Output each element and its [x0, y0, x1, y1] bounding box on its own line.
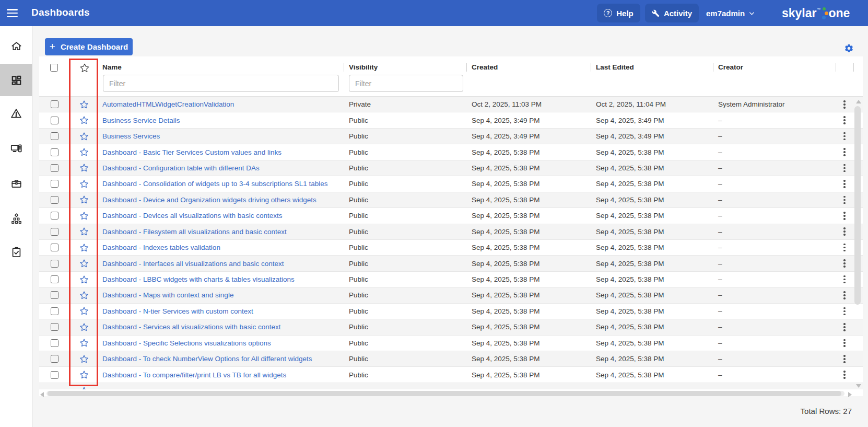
row-actions-menu[interactable] — [842, 211, 847, 221]
favorite-star[interactable] — [69, 259, 98, 268]
sidebar-item-devices[interactable] — [0, 133, 32, 165]
dashboard-link[interactable]: Dashboard - To check NumberView Options … — [102, 355, 312, 363]
visibility-filter-input[interactable] — [349, 75, 463, 92]
row-actions-menu[interactable] — [842, 195, 847, 205]
row-actions-menu[interactable] — [842, 115, 847, 125]
scroll-right-arrow[interactable] — [848, 392, 852, 397]
row-checkbox[interactable] — [51, 117, 58, 124]
favorite-star[interactable] — [69, 322, 98, 332]
user-menu[interactable]: em7admin — [706, 0, 755, 26]
column-header-created[interactable]: Created — [472, 63, 498, 71]
row-checkbox[interactable] — [51, 196, 58, 204]
dashboard-link[interactable]: Dashboard - Device and Organization widg… — [102, 196, 316, 204]
dashboard-link[interactable]: Dashboard - Devices all visualizations w… — [102, 212, 282, 220]
scroll-left-arrow[interactable] — [40, 392, 44, 397]
favorite-star[interactable] — [69, 306, 98, 316]
row-actions-menu[interactable] — [842, 306, 847, 317]
row-checkbox[interactable] — [51, 339, 58, 347]
sidebar-item-dashboards[interactable] — [0, 64, 32, 96]
row-checkbox[interactable] — [51, 132, 58, 140]
row-actions-menu[interactable] — [842, 290, 847, 301]
row-actions-menu[interactable] — [842, 163, 847, 174]
scroll-up-arrow[interactable] — [856, 100, 861, 103]
favorite-star[interactable] — [69, 386, 98, 389]
menu-icon[interactable] — [7, 9, 18, 17]
dashboard-link[interactable]: Dashboard - LBBC widgets with charts & t… — [102, 275, 295, 283]
favorite-star[interactable] — [69, 116, 98, 125]
activity-button[interactable]: Activity — [645, 4, 699, 22]
row-checkbox[interactable] — [51, 260, 58, 268]
sidebar-item-events[interactable] — [0, 97, 32, 130]
dashboard-link[interactable]: Dashboard - Services all visualizations … — [102, 323, 280, 331]
dashboard-link[interactable]: Dashboard - Indexes tables validation — [102, 244, 220, 251]
favorite-star[interactable] — [69, 163, 98, 172]
row-checkbox[interactable] — [51, 275, 58, 283]
row-actions-menu[interactable] — [842, 258, 847, 269]
favorite-star[interactable] — [69, 100, 98, 109]
vertical-scrollbar[interactable] — [854, 98, 861, 388]
name-filter-input[interactable] — [103, 75, 339, 92]
row-actions-menu[interactable] — [842, 322, 847, 332]
dashboard-link[interactable]: Dashboard - To compare/filter/print LB v… — [102, 371, 286, 379]
favorite-star[interactable] — [69, 211, 98, 221]
dashboard-link[interactable]: Dashboard - Consolidation of widgets up … — [102, 180, 328, 188]
dashboard-link[interactable]: Dashboard - Basic Tier Services Custom v… — [102, 148, 281, 156]
favorite-column-header[interactable] — [79, 63, 90, 73]
row-checkbox[interactable] — [51, 323, 58, 331]
sidebar-item-maps[interactable] — [0, 202, 32, 235]
row-checkbox[interactable] — [51, 212, 58, 220]
dashboard-link[interactable]: Business Services — [102, 132, 160, 140]
row-actions-menu[interactable] — [842, 243, 847, 253]
favorite-star[interactable] — [69, 243, 98, 252]
favorite-star[interactable] — [69, 147, 98, 157]
row-checkbox[interactable] — [51, 371, 58, 379]
row-actions-menu[interactable] — [842, 370, 847, 380]
dashboard-link[interactable]: Dashboard - Configuration table with dif… — [102, 164, 260, 172]
row-checkbox[interactable] — [51, 355, 58, 363]
dashboard-link[interactable]: Dashboard - Interfaces all visualization… — [102, 260, 284, 268]
dashboard-link[interactable]: Dashboard - Specific Selections visualiz… — [102, 339, 271, 347]
sidebar-item-tasks[interactable] — [0, 236, 32, 268]
row-actions-menu[interactable] — [842, 131, 847, 142]
column-header-visibility[interactable]: Visibility — [349, 63, 378, 71]
sidebar-item-business-services[interactable] — [0, 167, 32, 200]
favorite-star[interactable] — [69, 195, 98, 204]
favorite-star[interactable] — [69, 338, 98, 348]
favorite-star[interactable] — [69, 291, 98, 300]
favorite-star[interactable] — [69, 354, 98, 364]
row-checkbox[interactable] — [51, 148, 58, 156]
row-actions-menu[interactable] — [842, 274, 847, 285]
row-checkbox[interactable] — [51, 291, 58, 299]
favorite-star[interactable] — [69, 227, 98, 236]
dashboard-link[interactable]: Business Service Details — [102, 117, 180, 124]
dashboard-link[interactable]: Dashboard - Maps with context and single — [102, 291, 233, 299]
sidebar-item-home[interactable] — [0, 30, 32, 62]
row-actions-menu[interactable] — [842, 179, 847, 189]
column-header-last-edited[interactable]: Last Edited — [596, 63, 634, 71]
row-checkbox[interactable] — [51, 244, 58, 251]
row-checkbox[interactable] — [51, 164, 58, 172]
column-header-name[interactable]: Name — [102, 63, 122, 71]
row-actions-menu[interactable] — [842, 354, 847, 364]
favorite-star[interactable] — [69, 179, 98, 189]
row-actions-menu[interactable] — [842, 338, 847, 349]
row-checkbox[interactable] — [51, 228, 58, 236]
column-header-creator[interactable]: Creator — [718, 63, 743, 71]
settings-gear-icon[interactable] — [844, 43, 854, 53]
favorite-star[interactable] — [69, 275, 98, 284]
scroll-down-arrow[interactable] — [856, 384, 861, 388]
select-all-checkbox[interactable] — [50, 64, 58, 72]
dashboard-link[interactable]: Dashboard - N-tier Services with custom … — [102, 307, 253, 315]
dashboard-link[interactable]: Dashboard - Filesystem all visualization… — [102, 228, 287, 236]
help-button[interactable]: ? Help — [597, 4, 640, 22]
favorite-star[interactable] — [69, 370, 98, 379]
row-checkbox[interactable] — [51, 100, 58, 108]
favorite-star[interactable] — [69, 132, 98, 141]
row-actions-menu[interactable] — [842, 147, 847, 157]
row-checkbox[interactable] — [51, 307, 58, 315]
horizontal-scrollbar[interactable] — [39, 391, 863, 396]
row-actions-menu[interactable] — [842, 99, 847, 110]
create-dashboard-button[interactable]: + Create Dashboard — [45, 38, 133, 55]
dashboard-link[interactable]: AutomatedHTMLWidgetCreationValidation — [102, 100, 234, 108]
row-checkbox[interactable] — [51, 180, 58, 188]
